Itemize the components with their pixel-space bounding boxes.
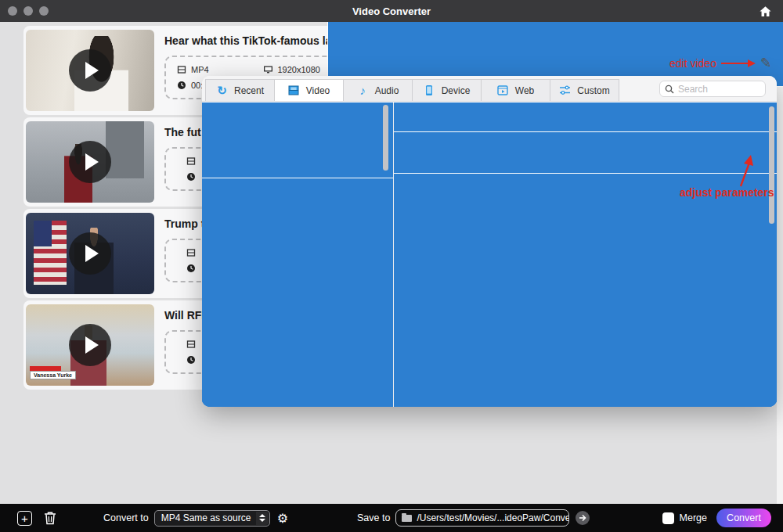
save-path-field[interactable]: /Users/test/Movies/...ideoPaw/Converted — [395, 509, 569, 527]
device-icon — [424, 84, 435, 96]
web-icon — [497, 84, 509, 96]
trash-icon — [44, 511, 56, 525]
film-icon — [186, 156, 196, 166]
clock-icon — [186, 355, 196, 365]
format-item[interactable] — [202, 397, 393, 407]
clock-icon — [186, 264, 196, 273]
red-arrow-icon — [734, 153, 758, 188]
add-file-button[interactable]: + — [17, 511, 32, 526]
tab-device[interactable]: Device — [412, 79, 482, 101]
convert-button[interactable]: Convert — [716, 509, 771, 527]
search-icon — [665, 84, 674, 94]
home-icon[interactable] — [756, 3, 774, 19]
film-icon — [186, 248, 196, 257]
red-arrow-icon — [721, 59, 756, 68]
merge-checkbox[interactable] — [662, 512, 674, 524]
film-icon — [186, 340, 196, 349]
video-thumbnail[interactable] — [26, 30, 154, 111]
main-scrollbar[interactable] — [777, 22, 783, 504]
filmstrip-format-icon — [215, 407, 241, 408]
save-to-label: Save to — [357, 512, 390, 523]
format-list-scrollbar[interactable] — [383, 105, 388, 171]
monitor-icon — [263, 65, 273, 74]
dropdown-stepper-icon — [256, 512, 269, 525]
convert-to-dropdown[interactable]: MP4 Same as source — [154, 510, 270, 527]
merge-label: Merge — [680, 512, 707, 523]
video-icon — [288, 84, 300, 96]
tab-label: Custom — [577, 85, 609, 96]
format-picker-popup: ↻RecentVideo♪AudioDeviceWebCustom MP4MP4… — [202, 76, 777, 407]
play-icon[interactable] — [69, 141, 111, 183]
play-icon[interactable] — [69, 49, 111, 92]
thumbnail-caption: Vanessa Yurke — [30, 371, 76, 379]
tab-label: Recent — [234, 85, 264, 96]
search-input[interactable] — [678, 84, 756, 95]
app-title: Video Converter — [0, 5, 783, 17]
video-thumbnail[interactable] — [26, 213, 154, 294]
tab-audio[interactable]: ♪Audio — [343, 79, 413, 101]
arrow-right-icon — [579, 514, 586, 522]
tab-custom[interactable]: Custom — [550, 79, 619, 101]
video-thumbnail[interactable] — [26, 121, 154, 203]
folder-icon — [402, 515, 412, 522]
preset-list-scrollbar[interactable] — [769, 106, 774, 224]
video-title: The fut — [164, 126, 201, 138]
adjust-parameters-annotation: adjust parameters — [680, 186, 774, 199]
video-thumbnail[interactable]: Vanessa Yurke — [26, 304, 154, 386]
audio-icon: ♪ — [357, 84, 369, 96]
tab-label: Web — [515, 85, 534, 96]
titlebar: Video Converter — [0, 0, 783, 22]
film-icon — [177, 65, 186, 74]
tab-label: Device — [442, 85, 471, 96]
convert-to-label: Convert to — [103, 512, 149, 523]
open-folder-button[interactable] — [576, 511, 590, 525]
edit-pencil-icon[interactable]: ✎ — [760, 55, 771, 71]
tab-web[interactable]: Web — [481, 79, 550, 101]
play-icon[interactable] — [69, 324, 111, 366]
bottom-toolbar: + Convert to MP4 Same as source ⚙ Save t… — [0, 504, 783, 532]
edit-video-annotation: edit video ✎ — [669, 55, 771, 71]
search-box[interactable] — [659, 81, 766, 97]
preset-list: MP4Same as sourceAuto⚙MP44K Video3840*21… — [394, 102, 777, 407]
convert-settings-gear-icon[interactable]: ⚙ — [277, 511, 288, 526]
recent-icon: ↻ — [216, 84, 228, 96]
tab-video[interactable]: Video — [274, 79, 344, 101]
clock-icon — [177, 81, 186, 90]
format-list: MP4MP4HEVCMP4HEVC MP4MOVMOVProResMOVAppl… — [202, 102, 394, 407]
video-title: Trump t — [164, 217, 204, 230]
delete-button[interactable] — [44, 511, 56, 525]
clock-icon — [186, 172, 196, 182]
custom-icon — [559, 84, 571, 96]
tab-recent[interactable]: ↻Recent — [205, 79, 275, 101]
tab-label: Video — [306, 85, 330, 96]
filmstrip-format-icon — [410, 402, 436, 408]
tab-label: Audio — [375, 85, 399, 96]
format-tabbar: ↻RecentVideo♪AudioDeviceWebCustom — [202, 76, 777, 102]
preset-item[interactable] — [402, 393, 769, 407]
play-icon[interactable] — [69, 232, 111, 275]
